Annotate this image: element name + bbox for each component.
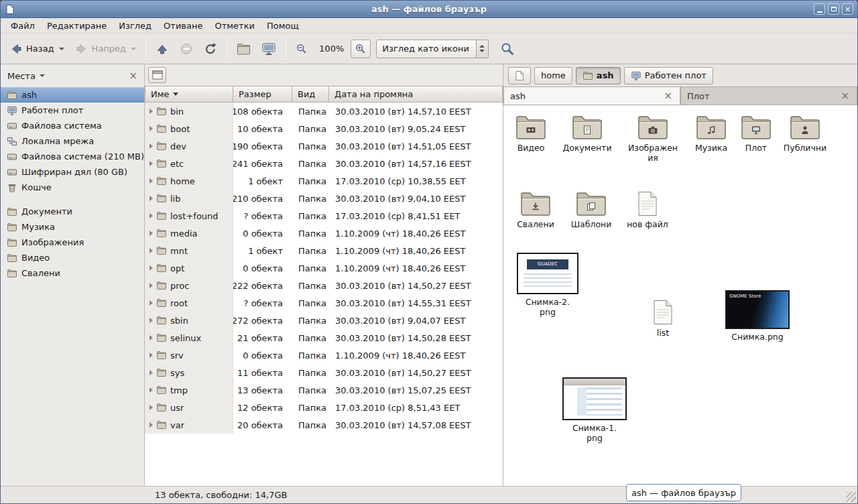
icon-view[interactable]: Видео Документи Изображения Музика Плот …	[503, 105, 857, 486]
table-row[interactable]: home 1 обект Папка 17.03.2010 (ср) 10,38…	[145, 172, 503, 190]
reload-button[interactable]	[199, 38, 222, 60]
sidebar-item-desktop[interactable]: Работен плот	[1, 103, 144, 118]
expander-icon[interactable]	[149, 422, 153, 428]
back-history-icon[interactable]	[59, 48, 64, 50]
expander-icon[interactable]	[149, 178, 153, 184]
menu-bookmarks[interactable]: Отметки	[208, 18, 260, 33]
expander-icon[interactable]	[149, 161, 153, 166]
sidebar-item-trash[interactable]: Кошче	[1, 180, 144, 195]
sidebar-item-filesystem[interactable]: Файлова система	[1, 118, 144, 133]
pathbar-button-home[interactable]: home	[534, 67, 572, 84]
table-row[interactable]: proc 222 обекта Папка 30.03.2010 (вт) 14…	[145, 277, 503, 294]
icon-item-public-folder[interactable]: Публични	[778, 115, 832, 153]
menu-file[interactable]: Файл	[5, 18, 41, 33]
expander-icon[interactable]	[149, 109, 153, 114]
table-row[interactable]: bin 108 обекта Папка 30.03.2010 (вт) 14,…	[145, 103, 503, 120]
sidebar-close-button[interactable]: ×	[127, 71, 139, 81]
menu-go[interactable]: Отиване	[158, 18, 208, 33]
sidebar-item-documents[interactable]: Документи	[1, 204, 144, 219]
column-header-0[interactable]: Име	[145, 86, 233, 103]
search-button[interactable]	[495, 37, 519, 61]
expander-icon[interactable]	[149, 126, 153, 131]
expander-icon[interactable]	[149, 300, 153, 306]
table-row[interactable]: srv 0 обекта Папка 1.10.2009 (чт) 18,40,…	[145, 346, 503, 364]
sidebar-item-ash[interactable]: ash	[1, 87, 144, 103]
table-row[interactable]: root ? обекта Папка 30.03.2010 (вт) 14,5…	[145, 294, 503, 312]
resize-grip[interactable]	[846, 492, 856, 502]
forward-button[interactable]: Напред	[70, 38, 141, 60]
table-row[interactable]: etc 241 обекта Папка 30.03.2010 (вт) 14,…	[145, 155, 503, 172]
close-button[interactable]: ×	[842, 3, 853, 15]
pathbar-button-desktop[interactable]: Работен плот	[624, 67, 713, 84]
expander-icon[interactable]	[149, 265, 153, 271]
table-row[interactable]: mnt 1 обект Папка 1.10.2009 (чт) 18,40,2…	[145, 242, 503, 259]
pane-toggle-button[interactable]	[148, 67, 166, 83]
stop-button[interactable]	[175, 38, 198, 60]
expander-icon[interactable]	[149, 143, 153, 149]
icon-item-video-folder[interactable]: Видео	[504, 115, 558, 153]
table-row[interactable]: media 0 обекта Папка 1.10.2009 (чт) 18,4…	[145, 225, 503, 242]
sidebar-item-filesystem-210mb[interactable]: Файлова система (210 MB)	[1, 149, 144, 164]
pathbar-button-root[interactable]	[508, 67, 531, 84]
back-button[interactable]: Назад	[5, 38, 69, 60]
icon-item-desktop-folder[interactable]: Плот	[729, 115, 783, 153]
titlebar[interactable]: ash — файлов браузър ×	[1, 1, 857, 18]
sidebar-item-images[interactable]: Изображения	[1, 235, 144, 250]
sidebar-item-encrypted-80gb[interactable]: Шифриран дял (80 GB)	[1, 164, 144, 180]
expander-icon[interactable]	[149, 231, 153, 236]
table-row[interactable]: tmp 13 обекта Папка 30.03.2010 (вт) 15,0…	[145, 381, 503, 399]
icon-item-snimka-2-png[interactable]: GUADEC Снимка-2.png	[514, 253, 581, 318]
menu-help[interactable]: Помощ	[261, 18, 305, 33]
expander-icon[interactable]	[149, 387, 153, 393]
sidebar-item-downloads[interactable]: Свалени	[1, 265, 144, 281]
icon-item-downloads-folder[interactable]: Свалени	[509, 191, 562, 230]
sidebar-item-music[interactable]: Музика	[1, 219, 144, 235]
zoom-out-button[interactable]	[291, 38, 312, 60]
minimize-button[interactable]	[814, 3, 825, 15]
table-row[interactable]: boot 10 обекта Папка 30.03.2010 (вт) 9,0…	[145, 120, 503, 137]
table-row[interactable]: dev 190 обекта Папка 30.03.2010 (вт) 14,…	[145, 137, 503, 155]
table-row[interactable]: selinux 21 обекта Папка 30.03.2010 (вт) …	[145, 329, 503, 346]
home-folder-button[interactable]	[232, 38, 255, 60]
up-button[interactable]	[151, 38, 174, 60]
expander-icon[interactable]	[149, 318, 153, 323]
icon-item-snimka-1-png[interactable]: Снимка-1.png	[558, 377, 631, 444]
expander-icon[interactable]	[149, 213, 153, 218]
column-header-2[interactable]: Вид	[292, 86, 329, 103]
column-header-3[interactable]: Дата на промяна	[329, 86, 503, 103]
table-row[interactable]: var 20 обекта Папка 30.03.2010 (вт) 14,5…	[145, 416, 503, 434]
icon-item-list-file[interactable]: list	[636, 300, 690, 338]
table-row[interactable]: lib 210 обекта Папка 30.03.2010 (вт) 9,0…	[145, 190, 503, 207]
pathbar-button-ash[interactable]: ash	[576, 67, 621, 84]
table-row[interactable]: lost+found ? обекта Папка 17.03.2010 (ср…	[145, 207, 503, 225]
expander-icon[interactable]	[149, 353, 153, 358]
menu-edit[interactable]: Редактиране	[41, 18, 113, 33]
column-header-1[interactable]: Размер	[233, 86, 292, 103]
icon-item-snimka-png[interactable]: GNOME Store Снимка.png	[721, 290, 794, 342]
view-mode-spin-icon[interactable]	[476, 40, 488, 58]
zoom-in-button[interactable]	[351, 40, 371, 58]
expander-icon[interactable]	[149, 283, 153, 288]
expander-icon[interactable]	[149, 405, 153, 410]
tab-close-button[interactable]: ×	[662, 91, 674, 101]
sidebar-item-local-network[interactable]: Локална мрежа	[1, 133, 144, 149]
sidebar-title[interactable]: Места	[7, 71, 36, 81]
tab-plot[interactable]: Плот ×	[680, 86, 857, 105]
sidebar-item-video[interactable]: Видео	[1, 250, 144, 265]
expander-icon[interactable]	[149, 370, 153, 375]
computer-button[interactable]	[257, 38, 281, 60]
menu-view[interactable]: Изглед	[113, 18, 158, 33]
icon-item-images-folder[interactable]: Изображения	[626, 115, 680, 164]
forward-history-icon[interactable]	[131, 48, 136, 50]
icon-item-new-file[interactable]: нов файл	[621, 191, 674, 230]
tab-close-button[interactable]: ×	[839, 91, 851, 101]
maximize-button[interactable]	[828, 3, 839, 15]
icon-item-templates-folder[interactable]: Шаблони	[564, 191, 618, 230]
expander-icon[interactable]	[149, 196, 153, 201]
table-row[interactable]: usr 12 обекта Папка 17.03.2010 (ср) 8,51…	[145, 399, 503, 416]
table-row[interactable]: opt 0 обекта Папка 1.10.2009 (чт) 18,40,…	[145, 259, 503, 277]
expander-icon[interactable]	[149, 248, 153, 253]
icon-item-documents-folder[interactable]: Документи	[560, 115, 614, 153]
table-row[interactable]: sys 11 обекта Папка 30.03.2010 (вт) 14,5…	[145, 364, 503, 381]
expander-icon[interactable]	[149, 335, 153, 340]
